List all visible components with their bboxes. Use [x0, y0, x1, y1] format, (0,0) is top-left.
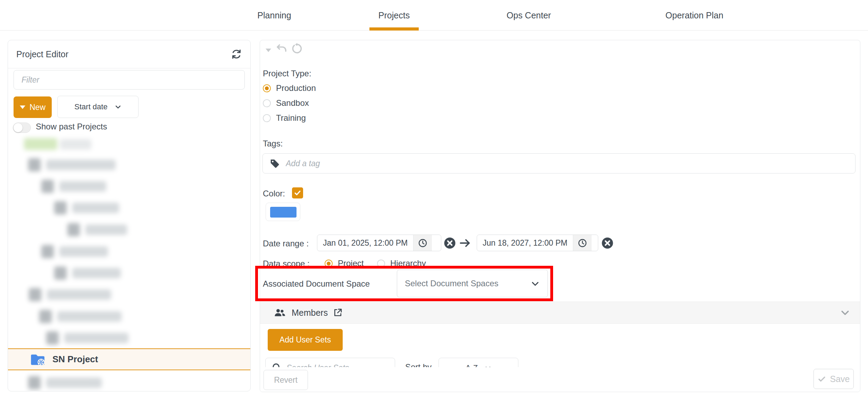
date-range-label: Date range :: [263, 239, 309, 248]
project-type-label: Project Type:: [263, 69, 311, 78]
start-date-clock-icon[interactable]: [413, 235, 432, 251]
show-past-projects-toggle[interactable]: [13, 122, 31, 133]
tab-label: Ops Center: [507, 10, 551, 20]
radio-data-scope-hierarchy[interactable]: Hierarchy: [377, 259, 426, 268]
clear-start-date-icon[interactable]: [443, 237, 456, 249]
check-icon: [818, 375, 826, 383]
members-section-header[interactable]: Members: [260, 302, 860, 324]
undo-icon[interactable]: [275, 42, 288, 55]
associated-document-space-label: Associated Document Space: [263, 279, 370, 289]
folder-gear-icon: [30, 353, 45, 366]
toolbar-caret-down-icon[interactable]: [266, 49, 271, 52]
top-nav: Planning Projects Ops Center Operation P…: [0, 0, 868, 31]
tab-label: Operation Plan: [666, 10, 724, 20]
radio-label: Sandbox: [276, 98, 309, 108]
radio-unselected-icon: [263, 114, 271, 122]
users-icon: [274, 307, 286, 318]
add-tag-input[interactable]: [262, 153, 856, 173]
tree-item-sn-project-selected[interactable]: SN Project: [8, 348, 251, 370]
revert-label: Revert: [274, 375, 298, 385]
selected-project-label: SN Project: [52, 354, 98, 365]
redo-icon[interactable]: [291, 42, 303, 55]
radio-unselected-icon: [263, 99, 271, 107]
members-label: Members: [292, 308, 328, 318]
data-scope-label: Data scope :: [263, 259, 310, 269]
external-link-icon[interactable]: [333, 308, 343, 317]
active-tab-underline: [369, 27, 419, 31]
sort-projects-value: Start date: [74, 102, 107, 111]
panel-title: Project Editor: [16, 49, 68, 59]
radio-training[interactable]: Training: [263, 113, 306, 123]
project-editor-panel: Project Editor New Start date Show past …: [8, 40, 251, 391]
color-swatch: [270, 207, 297, 218]
project-form-panel: Project Type: Production Sandbox Trainin…: [260, 40, 860, 392]
color-label: Color:: [263, 189, 285, 198]
members-collapse-chevron-icon[interactable]: [840, 307, 850, 318]
radio-unselected-icon: [377, 260, 385, 268]
new-project-button[interactable]: New: [14, 96, 52, 118]
tab-label: Projects: [378, 10, 410, 20]
radio-label: Project: [338, 259, 364, 268]
toggle-knob: [14, 123, 23, 132]
radio-production[interactable]: Production: [263, 83, 316, 93]
tags-field: [262, 153, 856, 173]
form-footer: Revert Save: [260, 367, 860, 392]
document-space-select[interactable]: Select Document Spaces: [397, 270, 548, 297]
tab-ops-center[interactable]: Ops Center: [496, 0, 562, 31]
radio-selected-icon: [263, 84, 271, 92]
arrow-right-icon: [459, 237, 471, 249]
radio-sandbox[interactable]: Sandbox: [263, 98, 309, 108]
tab-planning[interactable]: Planning: [243, 0, 306, 31]
tab-projects[interactable]: Projects: [363, 0, 425, 31]
end-date-value: Jun 18, 2027, 12:00 PM: [477, 235, 573, 251]
project-editor-header: Project Editor: [8, 40, 250, 68]
save-button[interactable]: Save: [813, 369, 854, 389]
color-swatch-button[interactable]: [266, 203, 300, 221]
toggle-label: Show past Projects: [36, 122, 107, 132]
add-user-sets-label: Add User Sets: [279, 335, 331, 345]
refresh-icon[interactable]: [231, 49, 242, 60]
sort-projects-dropdown[interactable]: Start date: [57, 96, 139, 118]
radio-data-scope-project[interactable]: Project: [325, 259, 364, 268]
clear-end-date-icon[interactable]: [601, 237, 614, 249]
app-window: Planning Projects Ops Center Operation P…: [0, 0, 868, 398]
tab-label: Planning: [257, 10, 291, 20]
tags-label: Tags:: [263, 139, 283, 149]
radio-selected-icon: [325, 260, 333, 268]
revert-button[interactable]: Revert: [264, 370, 308, 390]
caret-down-icon: [20, 105, 25, 109]
new-button-label: New: [30, 103, 45, 112]
tag-icon: [269, 158, 280, 169]
chevron-down-icon: [115, 103, 122, 110]
radio-label: Training: [276, 113, 306, 123]
end-date-clock-icon[interactable]: [573, 235, 592, 251]
document-space-placeholder: Select Document Spaces: [405, 279, 498, 288]
filter-input[interactable]: [14, 70, 245, 90]
radio-label: Hierarchy: [390, 259, 426, 268]
start-date-value: Jan 01, 2025, 12:00 PM: [317, 235, 413, 251]
color-checkbox-checked[interactable]: [292, 187, 303, 198]
save-label: Save: [830, 374, 850, 384]
chevron-down-icon: [531, 279, 540, 288]
check-icon: [294, 189, 301, 197]
end-date-field[interactable]: Jun 18, 2027, 12:00 PM: [477, 235, 598, 251]
add-user-sets-button[interactable]: Add User Sets: [268, 329, 343, 351]
radio-label: Production: [276, 83, 316, 93]
tab-operation-plan[interactable]: Operation Plan: [654, 0, 734, 31]
start-date-field[interactable]: Jan 01, 2025, 12:00 PM: [317, 235, 441, 251]
